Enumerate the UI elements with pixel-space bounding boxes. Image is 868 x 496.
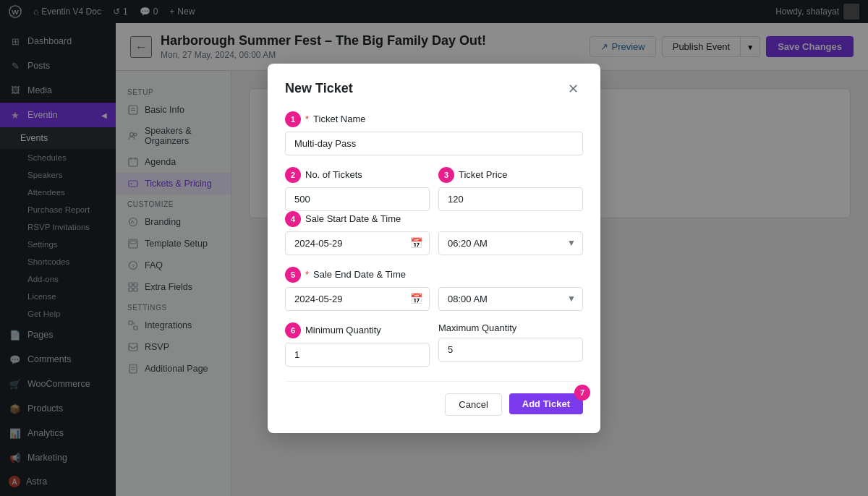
- step-3-badge: 3: [438, 167, 454, 183]
- max-qty-input[interactable]: [438, 338, 583, 362]
- modal-close-button[interactable]: ✕: [563, 81, 583, 97]
- sale-end-label: Sale End Date & Time: [313, 269, 406, 280]
- max-qty-label: Maximum Quantity: [438, 322, 516, 333]
- step-5-badge: 5: [285, 267, 301, 283]
- ticket-name-required: *: [305, 114, 309, 124]
- no-tickets-label-row: 2 No. of Tickets: [285, 167, 430, 183]
- sale-start-time-col: 06:20 AM 06:30 AM 07:00 AM 08:00 AM ▼: [438, 231, 583, 255]
- add-ticket-button[interactable]: Add Ticket: [509, 393, 583, 414]
- min-qty-input[interactable]: [285, 343, 430, 367]
- ticket-name-input[interactable]: [285, 132, 583, 155]
- step-2-badge: 2: [285, 167, 301, 183]
- ticket-price-col: 3 Ticket Price: [438, 167, 583, 211]
- modal-header: New Ticket ✕: [285, 81, 583, 97]
- min-qty-label-row: 6 Minimum Quantity: [285, 322, 430, 338]
- quantity-section: 6 Minimum Quantity Maximum Quantity: [285, 322, 583, 367]
- min-qty-label: Minimum Quantity: [305, 325, 381, 335]
- max-qty-col: Maximum Quantity: [438, 322, 583, 367]
- quantity-row: 6 Minimum Quantity Maximum Quantity: [285, 322, 583, 367]
- add-ticket-wrapper: 7 Add Ticket: [509, 393, 583, 416]
- sale-end-date-col: 📅: [285, 287, 430, 311]
- sale-end-label-row: 5 * Sale End Date & Time: [285, 267, 583, 283]
- step-7-badge: 7: [574, 385, 590, 401]
- max-qty-label-row: Maximum Quantity: [438, 322, 583, 333]
- ticket-name-section: 1 * Ticket Name: [285, 111, 583, 155]
- modal-footer: Cancel 7 Add Ticket: [285, 381, 583, 416]
- min-qty-col: 6 Minimum Quantity: [285, 322, 430, 367]
- sale-end-time-select[interactable]: 06:20 AM 06:30 AM 07:00 AM 08:00 AM: [438, 287, 583, 311]
- cancel-button[interactable]: Cancel: [445, 393, 501, 416]
- new-ticket-modal: New Ticket ✕ 1 * Ticket Name 2 No. of Ti…: [268, 64, 600, 433]
- modal-title: New Ticket: [285, 81, 353, 96]
- sale-start-date-col: 📅: [285, 231, 430, 255]
- sale-start-inputs: 📅 06:20 AM 06:30 AM 07:00 AM 08:00 AM ▼: [285, 231, 583, 255]
- sale-end-inputs: 📅 06:20 AM 06:30 AM 07:00 AM 08:00 AM ▼: [285, 287, 583, 311]
- step-1-badge: 1: [285, 111, 301, 127]
- ticket-name-label: Ticket Name: [313, 114, 365, 124]
- sale-end-required: *: [305, 269, 309, 280]
- no-tickets-col: 2 No. of Tickets: [285, 167, 430, 211]
- sale-end-time-col: 06:20 AM 06:30 AM 07:00 AM 08:00 AM ▼: [438, 287, 583, 311]
- sale-end-date-input[interactable]: [285, 287, 430, 311]
- sale-start-section: 4 Sale Start Date & Time 📅 06:20 AM 06:3…: [285, 211, 583, 255]
- ticket-price-input[interactable]: [438, 187, 583, 211]
- tickets-price-row: 2 No. of Tickets 3 Ticket Price: [285, 167, 583, 211]
- sale-start-time-select[interactable]: 06:20 AM 06:30 AM 07:00 AM 08:00 AM: [438, 231, 583, 255]
- ticket-price-label: Ticket Price: [459, 169, 507, 180]
- modal-overlay[interactable]: New Ticket ✕ 1 * Ticket Name 2 No. of Ti…: [0, 0, 868, 496]
- step-4-badge: 4: [285, 211, 301, 227]
- ticket-price-label-row: 3 Ticket Price: [438, 167, 583, 183]
- sale-start-date-input[interactable]: [285, 231, 430, 255]
- ticket-name-label-row: 1 * Ticket Name: [285, 111, 583, 127]
- sale-start-label-row: 4 Sale Start Date & Time: [285, 211, 583, 227]
- sale-end-section: 5 * Sale End Date & Time 📅 06:20 AM 06:3…: [285, 267, 583, 311]
- sale-start-label: Sale Start Date & Time: [305, 213, 401, 224]
- no-tickets-label: No. of Tickets: [305, 169, 362, 180]
- no-tickets-input[interactable]: [285, 187, 430, 211]
- step-6-badge: 6: [285, 322, 301, 338]
